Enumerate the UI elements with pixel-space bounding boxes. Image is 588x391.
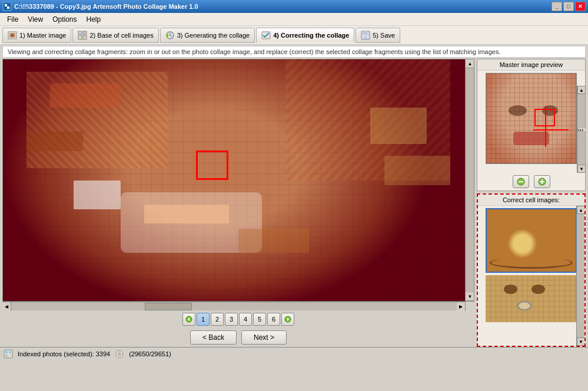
preview-scroll-track-2[interactable]: [577, 131, 585, 165]
menu-bar: File View Options Help: [0, 13, 588, 26]
eye-left: [509, 105, 527, 116]
mosaic-tile-5: [238, 229, 309, 253]
mosaic-tile-7: [384, 156, 450, 185]
tab-base-label: 2) Base of cell images: [89, 32, 153, 39]
generate-icon: [165, 31, 175, 40]
mosaic-tile-3: [74, 181, 121, 209]
svg-rect-6: [78, 31, 82, 35]
scroll-down-button[interactable]: ▼: [466, 292, 474, 301]
page-next-button[interactable]: [281, 313, 294, 326]
status-text-2: (29650/29651): [129, 350, 171, 357]
tab-correct-label: 4) Correcting the collage: [273, 32, 349, 39]
master-preview-title: Master image preview: [477, 59, 585, 71]
collage-wrapper: ▲ ▼ ◀ ▶ 1 2 3 4 5 6: [2, 59, 474, 347]
mosaic-tile-4: [144, 205, 229, 224]
master-preview-image[interactable]: [486, 73, 577, 164]
tab-correct[interactable]: 4) Correcting the collage: [256, 28, 354, 43]
svg-rect-27: [5, 351, 8, 353]
page-4-button[interactable]: 4: [239, 313, 252, 326]
menu-file[interactable]: File: [2, 14, 23, 25]
mosaic-tile-6: [370, 108, 427, 144]
zoom-in-button[interactable]: [534, 175, 550, 188]
svg-rect-2: [7, 6, 9, 9]
base-cells-icon: [78, 31, 87, 40]
svg-rect-7: [83, 31, 87, 35]
correct-scroll-up[interactable]: ▲: [577, 206, 584, 214]
window-title: C:\!!\3337089 - Copy3.jpg Artensoft Phot…: [14, 3, 198, 10]
tab-generate[interactable]: 3) Generating the collage: [160, 28, 255, 43]
collage-main: ▲ ▼: [2, 59, 474, 302]
main-content: ▲ ▼ ◀ ▶ 1 2 3 4 5 6: [0, 59, 588, 347]
close-button[interactable]: ✕: [575, 2, 586, 11]
game-piece-2: [531, 285, 545, 294]
game-piece-3: [517, 301, 531, 310]
mosaic-tile-1: [50, 83, 121, 108]
correct-scroll-down[interactable]: ▼: [577, 337, 584, 346]
correct-icon: [261, 31, 271, 40]
page-3-button[interactable]: 3: [225, 313, 238, 326]
zoom-out-button[interactable]: [513, 175, 529, 188]
window-controls: _ □ ✕: [552, 2, 586, 11]
tab-master-image[interactable]: 1) Master image: [2, 28, 71, 43]
correct-scroll-track[interactable]: [577, 214, 584, 337]
scroll-track-vertical[interactable]: [466, 68, 474, 292]
app-icon: [2, 2, 12, 11]
master-preview-container: ▲ ||| ▼: [477, 73, 585, 173]
preview-scroll-track[interactable]: [577, 94, 585, 128]
correct-cell-section: Correct cell images:: [477, 193, 586, 347]
next-button[interactable]: Next >: [241, 330, 287, 345]
mouth: [513, 132, 549, 145]
svg-rect-22: [519, 181, 523, 182]
svg-rect-14: [363, 31, 367, 35]
tab-save-label: 5) Save: [373, 32, 395, 39]
tab-save[interactable]: 5) Save: [356, 28, 400, 43]
save-icon: [361, 31, 370, 40]
correct-images-list[interactable]: [478, 206, 584, 346]
info-text: Viewing and correcting collage fragments…: [8, 48, 500, 55]
svg-point-5: [11, 34, 14, 37]
restore-button[interactable]: □: [563, 2, 574, 11]
page-2-button[interactable]: 2: [211, 313, 224, 326]
scroll-up-button[interactable]: ▲: [466, 59, 474, 68]
svg-rect-25: [542, 179, 543, 184]
mosaic-tile-2: [26, 132, 83, 151]
title-bar: C:\!!\3337089 - Copy3.jpg Artensoft Phot…: [0, 0, 588, 13]
page-6-button[interactable]: 6: [267, 313, 280, 326]
correct-scrollbar[interactable]: ▲ ▼: [576, 206, 584, 346]
basket-rim: [490, 257, 573, 269]
svg-rect-30: [9, 355, 11, 357]
svg-rect-28: [9, 351, 11, 353]
preview-scroll-down[interactable]: ▼: [577, 165, 586, 173]
tab-master-label: 1) Master image: [19, 32, 66, 39]
tab-base-cells[interactable]: 2) Base of cell images: [72, 28, 158, 43]
status-icon-2: [115, 349, 124, 359]
selection-indicator: [534, 109, 555, 126]
menu-options[interactable]: Options: [48, 14, 81, 25]
menu-view[interactable]: View: [23, 14, 48, 25]
correct-image-1[interactable]: [486, 208, 577, 273]
vertical-scrollbar[interactable]: ▲ ▼: [465, 59, 474, 301]
svg-rect-1: [5, 4, 7, 6]
back-button[interactable]: < Back: [190, 330, 237, 345]
minimize-button[interactable]: _: [552, 2, 562, 11]
zoom-controls: [477, 173, 585, 191]
info-bar: Viewing and correcting collage fragments…: [2, 46, 586, 58]
status-text-1: Indexed photos (selected): 3394: [18, 350, 110, 357]
page-1-button[interactable]: 1: [197, 313, 210, 326]
pagination-bar: 1 2 3 4 5 6: [2, 310, 474, 328]
menu-help[interactable]: Help: [82, 14, 106, 25]
horizontal-scrollbar[interactable]: ◀ ▶: [2, 302, 466, 310]
scroll-right-button[interactable]: ▶: [457, 302, 466, 311]
page-5-button[interactable]: 5: [253, 313, 266, 326]
preview-scrollbar[interactable]: ▲ ||| ▼: [577, 86, 585, 173]
scroll-track-horizontal[interactable]: [11, 302, 457, 310]
scroll-thumb-horizontal[interactable]: [145, 303, 192, 310]
scroll-left-button[interactable]: ◀: [2, 302, 11, 311]
master-image-icon: [8, 31, 17, 40]
page-prev-button[interactable]: [182, 313, 195, 326]
svg-rect-29: [5, 355, 8, 357]
board-background: [486, 275, 577, 322]
preview-scroll-up[interactable]: ▲: [577, 86, 586, 94]
correct-image-2[interactable]: [486, 275, 577, 322]
collage-canvas[interactable]: ▲ ▼: [2, 59, 474, 302]
